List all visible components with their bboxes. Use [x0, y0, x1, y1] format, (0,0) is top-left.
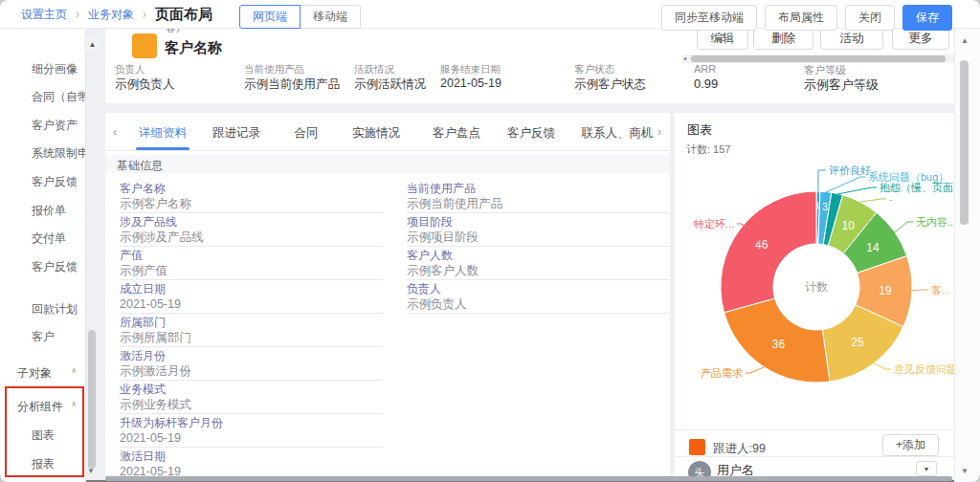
- form-field[interactable]: 客户人数示例客户人数: [407, 247, 670, 280]
- donut-chart[interactable]: 1评价良好3系统问题（bug）3抱怨（慢、页面、…10-14无内容...19客.…: [675, 161, 954, 428]
- main-scrollbar[interactable]: [960, 60, 969, 225]
- form-field[interactable]: 激活日期2021-05-19: [120, 448, 383, 475]
- tab-6[interactable]: 客户反馈: [507, 125, 555, 142]
- tab-5[interactable]: 客户盘点: [433, 125, 480, 142]
- field-label: 服务结束日期: [440, 63, 501, 77]
- close-button[interactable]: 关闭: [845, 5, 895, 31]
- field-value: 0.99: [694, 77, 718, 91]
- sidebar-group-sub-objects[interactable]: 子对象∧: [17, 365, 80, 382]
- chart-segment-label: 无内容...: [916, 216, 954, 228]
- chart-leader-line: [912, 290, 928, 291]
- form-field-value: 2021-05-19: [120, 464, 383, 475]
- form-field[interactable]: 升级为标杆客户月份2021-05-19: [120, 414, 383, 448]
- edit-button[interactable]: 编辑: [697, 29, 748, 50]
- chart-panel-title: 图表: [687, 121, 712, 139]
- field-value: 示例客户状态: [574, 77, 646, 93]
- sidebar-scroll-up-icon[interactable]: ▲: [84, 36, 100, 53]
- tabs-scroll-left-icon[interactable]: ‹: [113, 125, 117, 139]
- chart-segment-label: 评价良好: [829, 164, 871, 176]
- sidebar-item[interactable]: 细分画像: [32, 61, 85, 77]
- sidebar-item[interactable]: 报表: [32, 456, 55, 472]
- form-field[interactable]: 负责人示例负责人: [407, 280, 670, 314]
- view-tab-web[interactable]: 网页端: [239, 5, 301, 29]
- chart-segment-label: -: [889, 193, 893, 205]
- breadcrumb-link[interactable]: 设置主页: [21, 7, 67, 23]
- sidebar-item[interactable]: 回款计划: [32, 301, 85, 318]
- sidebar-scroll-down-icon[interactable]: ▼: [87, 467, 95, 475]
- chart-value-label: 14: [866, 241, 880, 254]
- chart-value-label: 3: [822, 202, 828, 212]
- chart-segment[interactable]: [721, 191, 816, 313]
- sidebar-item[interactable]: 系统限制申请明细: [32, 145, 85, 162]
- sidebar-item[interactable]: 交付单: [32, 230, 85, 247]
- chart-leader-line: [837, 187, 877, 194]
- sidebar-item[interactable]: 合同（自带）: [32, 89, 85, 105]
- form-field-label: 业务模式: [120, 381, 383, 396]
- form-field[interactable]: 涉及产品线示例涉及产品线: [120, 213, 383, 247]
- layout-props-button[interactable]: 布局属性: [765, 5, 837, 31]
- collapse-caret-icon[interactable]: ∧: [71, 366, 77, 375]
- chart-segment-label: 产品需求: [701, 367, 743, 379]
- chart-leader-line: [895, 222, 913, 232]
- page-title: 页面布局: [155, 6, 212, 24]
- sidebar: 细分画像合同（自带）客户资产系统限制申请明细客户反馈报价单交付单客户反馈回款计划…: [0, 29, 86, 482]
- sync-to-mobile-button[interactable]: 同步至移动端: [661, 5, 757, 31]
- form-field[interactable]: 业务模式示例业务模式: [120, 381, 383, 414]
- save-button[interactable]: 保存: [902, 5, 952, 31]
- form-field-value: 示例负责人: [407, 296, 670, 312]
- form-field[interactable]: 激活月份示例激活月份: [120, 347, 383, 381]
- form-field-value: 示例客户名称: [120, 196, 383, 211]
- sidebar-scrollbar[interactable]: [88, 330, 96, 469]
- chart-value-label: 10: [842, 219, 856, 232]
- sidebar-item[interactable]: 客户反馈: [32, 174, 85, 190]
- tab-4[interactable]: 实施情况: [352, 125, 400, 142]
- form-field-value: 2021-05-19: [120, 296, 383, 312]
- chart-segment-label: 特定环...: [693, 218, 734, 230]
- main-scroll-up-icon[interactable]: ▲: [961, 36, 969, 45]
- breadcrumb-separator: ›: [76, 8, 79, 21]
- app-window: 设置主页›业务对象›页面布局 网页端移动端 同步至移动端布局属性关闭保存 细分画…: [0, 0, 980, 482]
- sidebar-item[interactable]: 报价单: [32, 203, 85, 219]
- tabs-scroll-right-icon[interactable]: ›: [657, 125, 661, 139]
- breadcrumb-link[interactable]: 业务对象: [88, 7, 134, 23]
- form-field-value: 示例产值: [120, 263, 383, 278]
- form-field[interactable]: 当前使用产品示例当前使用产品: [407, 180, 670, 213]
- scroll-left-icon[interactable]: ◂: [683, 55, 686, 63]
- field-label: ARR: [694, 63, 716, 75]
- tab-7[interactable]: 联系人、商机: [582, 125, 654, 142]
- more-button[interactable]: 更多: [892, 29, 949, 50]
- dropdown-button[interactable]: ▼: [916, 461, 937, 476]
- form-field[interactable]: 产值示例产值: [120, 247, 383, 280]
- form-field-value: 示例当前使用产品: [407, 196, 670, 211]
- breadcrumb: 设置主页›业务对象›页面布局: [21, 0, 212, 29]
- chart-value-label: 36: [772, 338, 786, 351]
- form-field[interactable]: 客户名称示例客户名称: [120, 180, 383, 213]
- chart-value-label: 19: [879, 284, 892, 297]
- chart-center-label: 计数: [805, 280, 828, 294]
- horizontal-scrollbar[interactable]: [105, 476, 952, 481]
- form-field[interactable]: 项目阶段示例项目阶段: [407, 213, 670, 247]
- sidebar-item[interactable]: 图表: [32, 427, 55, 444]
- sidebar-item[interactable]: 客户反馈: [32, 259, 85, 275]
- customer-avatar: [132, 33, 157, 58]
- sidebar-item[interactable]: 客户资产: [32, 118, 85, 134]
- sidebar-item[interactable]: 客户: [32, 329, 85, 345]
- tab-1[interactable]: 详细资料: [139, 125, 187, 142]
- chart-segment-label: 抱怨（慢、页面、…: [880, 182, 954, 193]
- field-label: 客户等级: [804, 63, 846, 77]
- buttons-scrollbar[interactable]: [691, 55, 946, 62]
- form-field[interactable]: 所属部门示例所属部门: [120, 314, 383, 347]
- form-field-value: 示例业务模式: [120, 397, 383, 412]
- delete-button[interactable]: 删除: [753, 29, 813, 50]
- view-tab-mobile[interactable]: 移动端: [301, 5, 361, 29]
- sidebar-group-analysis[interactable]: 分析组件∧: [17, 399, 80, 415]
- form-field-value: 示例涉及产品线: [120, 230, 383, 245]
- tab-3[interactable]: 合同: [295, 125, 319, 142]
- main-scroll-down-icon[interactable]: ▼: [961, 467, 969, 475]
- collapse-caret-icon[interactable]: ∧: [71, 400, 77, 408]
- section-title: 基础信息: [117, 158, 163, 174]
- add-button[interactable]: +添加: [882, 434, 939, 456]
- form-field[interactable]: 成立日期2021-05-19: [120, 280, 383, 314]
- activity-button[interactable]: 活动: [820, 29, 883, 50]
- tab-2[interactable]: 跟进记录: [212, 125, 260, 142]
